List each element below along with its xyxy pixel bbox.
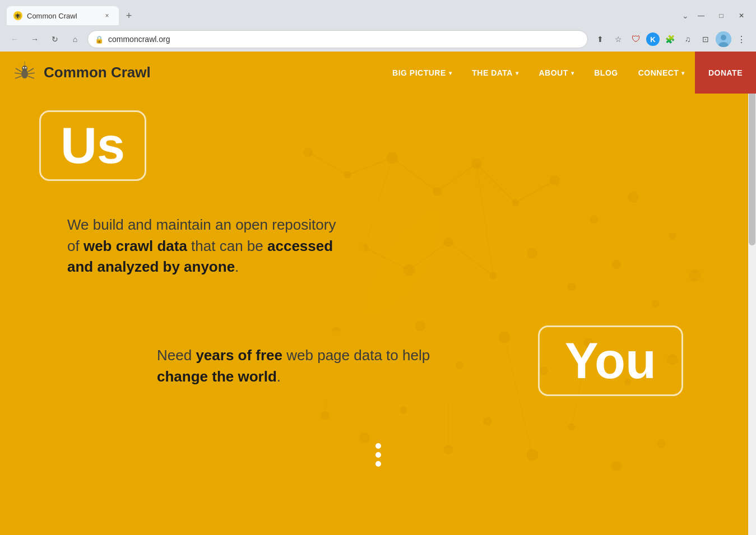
- nav-item-connect[interactable]: CONNECT ▾: [628, 52, 695, 94]
- chevron-down-icon: ▾: [681, 70, 685, 76]
- site-logo[interactable]: Common Crawl: [11, 59, 151, 86]
- home-button[interactable]: ⌂: [67, 31, 83, 47]
- svg-point-59: [22, 66, 27, 71]
- lock-icon: 🔒: [95, 35, 104, 44]
- back-button[interactable]: ←: [7, 31, 22, 47]
- us-box: Us: [39, 110, 146, 181]
- description-bold1: web crawl data: [84, 238, 187, 254]
- slide-indicator: [28, 443, 728, 467]
- new-tab-button[interactable]: +: [121, 8, 137, 24]
- svg-line-62: [16, 68, 21, 72]
- svg-point-61: [25, 67, 26, 68]
- profile-k-icon[interactable]: K: [646, 32, 660, 46]
- you-description-bold1: years of free: [196, 347, 282, 364]
- us-label: Us: [61, 120, 125, 171]
- description-suffix: .: [235, 258, 239, 275]
- refresh-button[interactable]: ↻: [47, 31, 63, 47]
- you-description: Need years of free web page data to help…: [140, 331, 454, 401]
- tab-close-button[interactable]: ×: [102, 11, 112, 21]
- chevron-down-icon: ▾: [571, 70, 574, 76]
- logo-text: Common Crawl: [44, 64, 151, 81]
- logo-spider-icon: [11, 59, 38, 86]
- svg-point-60: [23, 67, 24, 68]
- window-controls: ⌄ — □ ✕: [682, 8, 749, 24]
- chevron-down-icon: ▾: [449, 70, 452, 76]
- tab-favicon: 🕷: [13, 11, 22, 20]
- toolbar-icons: ⬆ ☆ 🛡 K 🧩 ♫ ⊡ ⋮: [592, 31, 749, 47]
- hero-section: Us We build and maintain an open reposit…: [0, 94, 756, 489]
- nav-item-blog[interactable]: BLOG: [584, 52, 628, 94]
- you-description-suffix: .: [277, 368, 281, 385]
- svg-line-64: [15, 76, 21, 78]
- site-nav: BIG PICTURE ▾ THE DATA ▾ ABOUT ▾ BLOG CO…: [382, 52, 756, 94]
- svg-line-63: [15, 73, 21, 74]
- forward-button[interactable]: →: [27, 31, 43, 47]
- maximize-button[interactable]: □: [713, 8, 729, 24]
- site-header: Common Crawl BIG PICTURE ▾ THE DATA ▾ AB…: [0, 52, 756, 94]
- svg-line-67: [28, 76, 34, 78]
- nav-item-big-picture[interactable]: BIG PICTURE ▾: [382, 52, 462, 94]
- you-description-middle: web page data to help: [282, 347, 430, 364]
- nav-item-the-data[interactable]: THE DATA ▾: [462, 52, 528, 94]
- nav-item-about[interactable]: ABOUT ▾: [528, 52, 584, 94]
- avatar[interactable]: [716, 31, 731, 47]
- website-content: Common Crawl BIG PICTURE ▾ THE DATA ▾ AB…: [0, 52, 756, 535]
- dot-indicator-3[interactable]: [375, 461, 381, 467]
- chevron-down-icon[interactable]: ⌄: [682, 11, 689, 20]
- media-icon[interactable]: ♫: [680, 31, 695, 47]
- you-description-prefix: Need: [157, 347, 196, 364]
- browser-toolbar: ← → ↻ ⌂ 🔒 ⬆ ☆ 🛡 K 🧩 ♫ ⊡: [0, 27, 756, 52]
- extensions-icon[interactable]: 🧩: [662, 31, 678, 47]
- split-view-icon[interactable]: ⊡: [698, 31, 713, 47]
- you-description-bold2: change the world: [157, 368, 277, 385]
- svg-line-66: [28, 73, 35, 74]
- chevron-down-icon: ▾: [516, 70, 519, 76]
- dot-indicator-1[interactable]: [375, 443, 381, 449]
- dot-indicator-2[interactable]: [375, 452, 381, 458]
- svg-point-1: [721, 35, 726, 40]
- close-button[interactable]: ✕: [734, 8, 749, 24]
- description-middle: that can be: [187, 238, 267, 254]
- browser-chrome: 🕷 Common Crawl × + ⌄ — □ ✕ ← → ↻ ⌂ 🔒 ⬆ ☆…: [0, 0, 756, 52]
- tab-title: Common Crawl: [27, 12, 77, 20]
- svg-line-65: [28, 68, 34, 72]
- browser-titlebar: 🕷 Common Crawl × + ⌄ — □ ✕: [0, 0, 756, 27]
- bookmark-icon[interactable]: ☆: [610, 31, 626, 47]
- shield-icon[interactable]: 🛡: [628, 31, 644, 47]
- browser-tab[interactable]: 🕷 Common Crawl ×: [7, 6, 119, 25]
- share-icon[interactable]: ⬆: [592, 31, 608, 47]
- browser-menu-icon[interactable]: ⋮: [734, 31, 749, 47]
- minimize-button[interactable]: —: [693, 8, 709, 24]
- nav-item-donate[interactable]: Donate: [695, 52, 756, 94]
- address-bar[interactable]: 🔒: [87, 30, 588, 48]
- url-input[interactable]: [108, 35, 581, 44]
- us-description: We build and maintain an open repository…: [50, 201, 364, 292]
- you-label: You: [565, 336, 656, 386]
- you-box: You: [538, 325, 683, 396]
